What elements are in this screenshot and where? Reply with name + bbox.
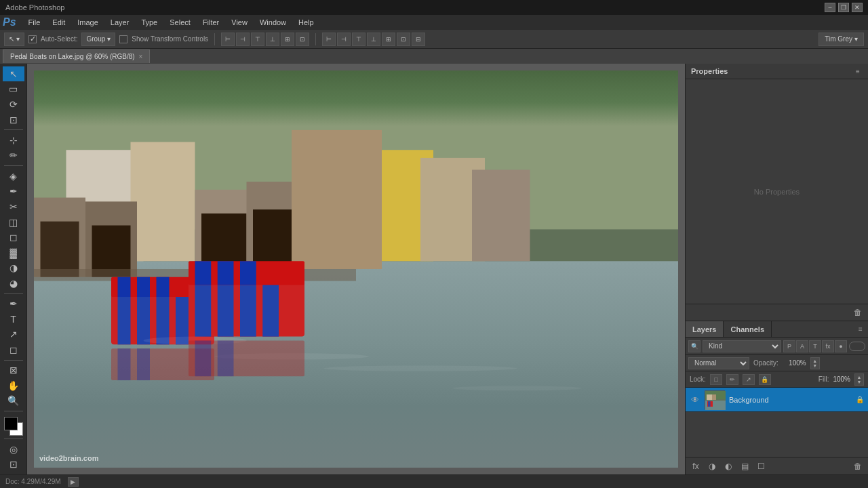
- align-right-edges[interactable]: ⊤: [251, 33, 264, 46]
- shape-tool-button[interactable]: ◻: [3, 342, 24, 357]
- document-close-button[interactable]: ×: [139, 53, 143, 60]
- menu-window[interactable]: Window: [254, 17, 292, 28]
- new-layer-button[interactable]: ☐: [753, 460, 768, 473]
- new-group-button[interactable]: ▤: [737, 460, 752, 473]
- blend-mode-select[interactable]: Normal: [688, 357, 749, 369]
- align-bottom-edges[interactable]: ⊡: [296, 33, 309, 46]
- dist-right[interactable]: ⊤: [352, 33, 366, 46]
- foreground-color-swatch[interactable]: [4, 417, 18, 430]
- layer-item-background[interactable]: 👁 Background: [686, 388, 868, 412]
- align-left-edges[interactable]: ⊢: [221, 33, 235, 46]
- delete-layer-button[interactable]: 🗑: [850, 460, 865, 473]
- dist-bottom[interactable]: ⊡: [397, 33, 410, 46]
- properties-menu-button[interactable]: ≡: [853, 66, 863, 76]
- dist-extra[interactable]: ⊟: [412, 33, 425, 46]
- menu-file[interactable]: File: [23, 17, 46, 28]
- layer-name-background: Background: [729, 396, 852, 404]
- filter-smart-btn[interactable]: ●: [835, 340, 847, 352]
- filter-type-btn[interactable]: T: [809, 340, 821, 352]
- align-vert-center[interactable]: ⊞: [281, 33, 294, 46]
- menu-help[interactable]: Help: [293, 17, 319, 28]
- add-fx-button[interactable]: fx: [688, 460, 703, 473]
- quick-mask-button[interactable]: ◎: [3, 442, 24, 457]
- layer-visibility-toggle[interactable]: 👁: [690, 394, 701, 405]
- svg-rect-26: [176, 289, 189, 344]
- minimize-button[interactable]: –: [825, 3, 835, 12]
- filter-shape-btn[interactable]: fx: [822, 340, 834, 352]
- crop-tool-button[interactable]: ⊹: [3, 133, 24, 148]
- auto-select-checkbox[interactable]: ✓: [28, 35, 37, 43]
- add-mask-button[interactable]: ◑: [705, 460, 719, 473]
- quick-select-button[interactable]: ⊡: [3, 113, 24, 127]
- dist-horiz-center[interactable]: ⊣: [337, 33, 351, 46]
- menu-type[interactable]: Type: [136, 17, 163, 28]
- clone-stamp-button[interactable]: ✂: [3, 199, 24, 214]
- new-fill-layer-button[interactable]: ◐: [721, 460, 736, 473]
- blur-tool-button[interactable]: ◑: [3, 260, 24, 275]
- svg-point-42: [324, 365, 517, 371]
- pen-tool-button[interactable]: ✒: [3, 296, 24, 311]
- tool-separator-6: [4, 439, 23, 439]
- dist-left[interactable]: ⊢: [322, 33, 336, 46]
- align-top-edges[interactable]: ⊥: [266, 33, 279, 46]
- type-tool-button[interactable]: T: [3, 312, 24, 327]
- menu-view[interactable]: View: [226, 17, 253, 28]
- tab-layers[interactable]: Layers: [686, 321, 724, 337]
- auto-select-label: Auto-Select:: [41, 35, 77, 43]
- filter-search-icon[interactable]: 🔍: [688, 340, 701, 352]
- group-select[interactable]: Group ▾: [81, 33, 115, 46]
- zoom-tool-button[interactable]: 🔍: [3, 394, 24, 409]
- menu-filter[interactable]: Filter: [197, 17, 224, 28]
- marquee-tool-button[interactable]: ▭: [3, 82, 24, 97]
- dist-top[interactable]: ⊥: [367, 33, 380, 46]
- healing-brush-button[interactable]: ◈: [3, 169, 24, 184]
- document-tab[interactable]: Pedal Boats on Lake.jpg @ 60% (RGB/8) ×: [3, 49, 150, 63]
- filter-pixel-btn[interactable]: P: [783, 340, 795, 352]
- status-nav-button[interactable]: ▶: [68, 477, 79, 487]
- fill-spinner[interactable]: ▲ ▼: [854, 373, 864, 386]
- opacity-value: 100%: [783, 359, 806, 367]
- lock-transparent-btn[interactable]: □: [710, 374, 722, 385]
- dist-vert-center[interactable]: ⊞: [382, 33, 395, 46]
- tab-channels[interactable]: Channels: [724, 321, 772, 337]
- menu-select[interactable]: Select: [164, 17, 196, 28]
- canvas-area[interactable]: video2brain.com: [27, 64, 685, 474]
- properties-trash-button[interactable]: 🗑: [850, 306, 865, 319]
- canvas-wrapper: video2brain.com: [34, 70, 678, 468]
- hand-tool-button[interactable]: ✋: [3, 378, 24, 393]
- opacity-spinner[interactable]: ▲ ▼: [810, 357, 820, 369]
- canvas-image: video2brain.com: [34, 70, 678, 468]
- eraser-button[interactable]: ◻: [3, 230, 24, 245]
- screen-mode-button[interactable]: ⊡: [3, 457, 24, 472]
- eyedropper-button[interactable]: ✏: [3, 148, 24, 163]
- layers-tab-bar: Layers Channels ≡: [686, 321, 868, 338]
- lock-all-btn[interactable]: 🔒: [759, 374, 771, 385]
- layers-panel: Layers Channels ≡ 🔍 Kind P A T: [686, 321, 868, 474]
- lock-image-btn[interactable]: ✏: [726, 374, 738, 385]
- restore-button[interactable]: ❐: [838, 3, 849, 12]
- close-button[interactable]: ✕: [852, 3, 863, 12]
- tool-select-button[interactable]: ↖ ▾: [4, 33, 24, 46]
- lasso-tool-button[interactable]: ⟳: [3, 97, 24, 112]
- transform-checkbox[interactable]: [119, 35, 127, 43]
- lock-position-btn[interactable]: ↗: [743, 374, 755, 385]
- 3d-tool-button[interactable]: ⊠: [3, 363, 24, 378]
- user-account-button[interactable]: Tim Grey ▾: [818, 33, 864, 46]
- path-select-button[interactable]: ↗: [3, 327, 24, 342]
- filter-toggle[interactable]: [849, 342, 865, 351]
- move-tool-button[interactable]: ↖: [3, 66, 24, 81]
- layers-panel-menu[interactable]: ≡: [856, 325, 865, 334]
- filter-kind-select[interactable]: Kind: [703, 340, 781, 352]
- menu-image[interactable]: Image: [72, 17, 104, 28]
- brush-tool-button[interactable]: ✒: [3, 184, 24, 199]
- filter-adjustment-btn[interactable]: A: [796, 340, 808, 352]
- menu-edit[interactable]: Edit: [47, 17, 71, 28]
- menu-layer[interactable]: Layer: [105, 17, 135, 28]
- gradient-tool-button[interactable]: ▓: [3, 245, 24, 260]
- dodge-tool-button[interactable]: ◕: [3, 276, 24, 291]
- history-brush-button[interactable]: ◫: [3, 215, 24, 230]
- layers-tab-label: Layers: [692, 325, 716, 333]
- align-horiz-center[interactable]: ⊣: [236, 33, 250, 46]
- group-value: Group: [86, 35, 105, 43]
- svg-rect-29: [137, 277, 150, 297]
